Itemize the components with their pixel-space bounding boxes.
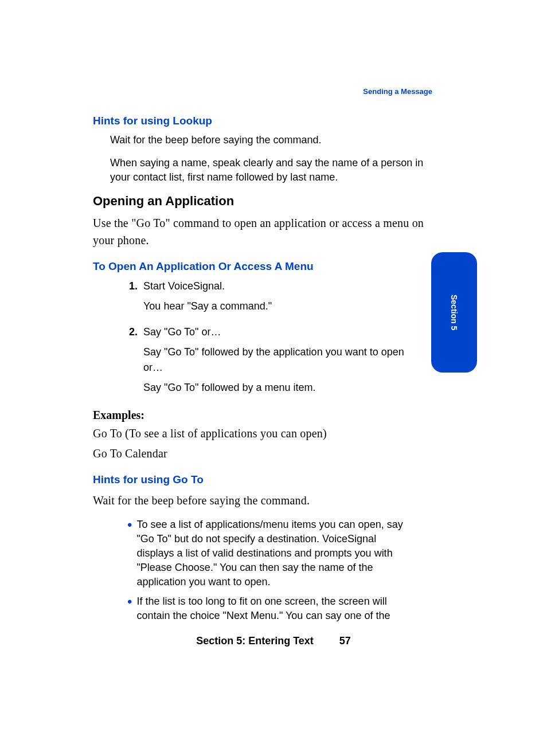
footer-page-number: 57	[339, 635, 351, 647]
step-main: Say "Go To" or…	[143, 324, 425, 340]
opening-app-intro: Use the "Go To" command to open an appli…	[93, 214, 425, 249]
step-item: 1. Start VoiceSignal. You hear "Say a co…	[122, 279, 425, 319]
hints-lookup-p1: Wait for the beep before saying the comm…	[110, 133, 425, 147]
step-main: Start VoiceSignal.	[143, 279, 425, 294]
opening-app-heading: Opening an Application	[93, 194, 425, 209]
bullet-icon: •	[127, 596, 132, 623]
hints-lookup-heading: Hints for using Lookup	[93, 115, 425, 127]
bullet-list: • To see a list of applications/menu ite…	[127, 518, 425, 623]
footer-section-title: Section 5: Entering Text	[196, 635, 314, 647]
hints-goto-heading: Hints for using Go To	[93, 473, 425, 486]
step-content: Start VoiceSignal. You hear "Say a comma…	[143, 279, 425, 319]
bullet-item: • To see a list of applications/menu ite…	[127, 518, 425, 590]
step-number: 1.	[122, 279, 138, 319]
bullet-text: To see a list of applications/menu items…	[136, 518, 412, 590]
bullet-item: • If the list is too long to fit on one …	[127, 594, 425, 623]
content-area: Hints for using Lookup Wait for the beep…	[93, 115, 425, 623]
hints-goto-intro: Wait for the beep before saying the comm…	[93, 492, 425, 509]
examples-label: Examples	[93, 409, 144, 421]
step-item: 2. Say "Go To" or… Say "Go To" followed …	[122, 324, 425, 400]
header-topic: Sending a Message	[363, 87, 432, 96]
example-line: Go To (To see a list of applications you…	[93, 425, 425, 442]
example-line: Go To Calendar	[93, 445, 425, 462]
step-sub: Say "Go To" followed by a menu item.	[143, 380, 425, 395]
section-tab-label: Section 5	[450, 295, 459, 330]
step-number: 2.	[122, 324, 138, 400]
steps-list: 1. Start VoiceSignal. You hear "Say a co…	[122, 279, 425, 400]
step-content: Say "Go To" or… Say "Go To" followed by …	[143, 324, 425, 400]
bullet-icon: •	[127, 519, 132, 590]
hints-lookup-p2: When saying a name, speak clearly and sa…	[110, 156, 425, 185]
bullet-text: If the list is too long to fit on one sc…	[136, 594, 412, 623]
page-container: Sending a Message Hints for using Lookup…	[0, 0, 547, 623]
step-sub: Say "Go To" followed by the application …	[143, 344, 425, 375]
section-tab: Section 5	[431, 252, 477, 373]
step-sub: You hear "Say a command."	[143, 299, 425, 314]
to-open-heading: To Open An Application Or Access A Menu	[93, 260, 425, 273]
page-footer: Section 5: Entering Text 57	[0, 635, 547, 647]
